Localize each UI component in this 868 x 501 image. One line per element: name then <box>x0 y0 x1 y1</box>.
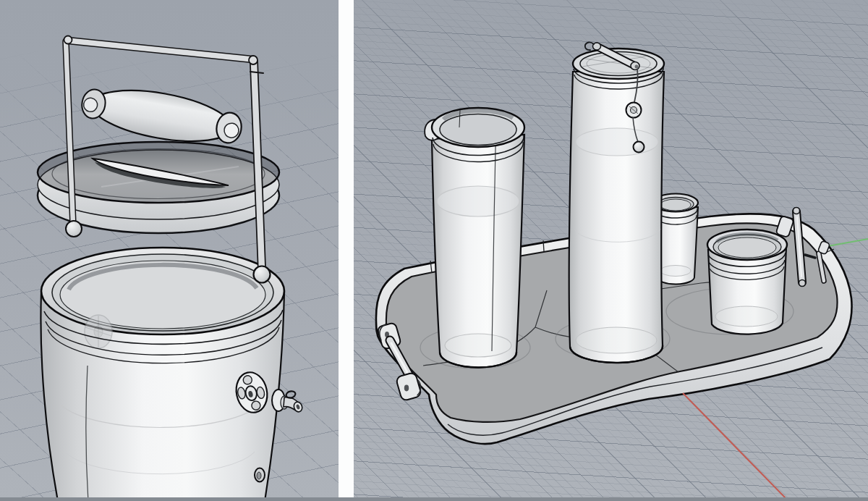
right-viewport-geometry <box>354 0 868 497</box>
jar-large[interactable] <box>707 230 787 334</box>
bail-pivot-ball-right <box>254 266 271 283</box>
pitcher[interactable] <box>425 108 524 367</box>
cad-window <box>0 0 868 501</box>
left-viewport-geometry <box>0 0 339 497</box>
viewport-divider <box>339 0 354 497</box>
bail-pivot-ball-left <box>66 221 82 237</box>
x-axis-line <box>683 393 788 497</box>
left-viewport[interactable] <box>0 0 339 497</box>
tap-ring <box>286 390 297 399</box>
canister-tall[interactable] <box>569 42 664 363</box>
chain-ball <box>634 142 644 153</box>
viewport-bottom-edge <box>0 497 868 501</box>
liquid-level <box>437 186 519 216</box>
liquid-level <box>576 128 658 156</box>
rivet <box>255 468 265 482</box>
interior-ghost-wheel <box>85 315 112 348</box>
right-viewport[interactable] <box>354 0 868 497</box>
